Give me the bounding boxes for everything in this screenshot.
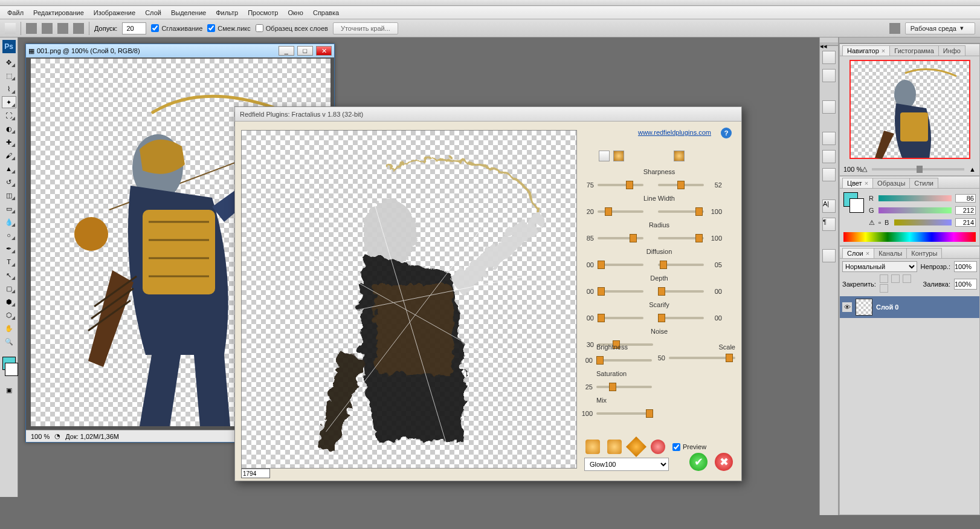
hand-tool[interactable]: ✋ bbox=[2, 322, 16, 334]
layer-name[interactable]: Слой 0 bbox=[876, 303, 898, 311]
visibility-icon[interactable]: 👁 bbox=[842, 302, 852, 312]
plugin-preview[interactable] bbox=[241, 130, 577, 469]
nav-zoom-slider[interactable] bbox=[872, 168, 964, 170]
mode-icon-2[interactable] bbox=[613, 151, 624, 161]
document-titlebar[interactable]: ▦001.png @ 100% (Слой 0, RGB/8) _ □ ✕ bbox=[26, 44, 334, 57]
slider-left[interactable] bbox=[598, 184, 643, 186]
3d-tool[interactable]: ⬢ bbox=[2, 296, 16, 308]
lock-pixels-icon[interactable] bbox=[891, 274, 900, 283]
scale-slider[interactable] bbox=[669, 357, 735, 359]
r-value[interactable] bbox=[955, 194, 976, 203]
zoom-in-icon[interactable]: ▲ bbox=[969, 166, 976, 173]
history-panel-icon[interactable] bbox=[822, 100, 836, 114]
opacity-input[interactable] bbox=[954, 261, 977, 272]
color-spectrum[interactable] bbox=[843, 232, 976, 242]
stamp-tool[interactable]: ▲ bbox=[2, 163, 16, 175]
layer-thumbnail[interactable] bbox=[856, 299, 872, 316]
gradient-tool[interactable]: ▭ bbox=[2, 203, 16, 215]
plugin-titlebar[interactable]: Redfield Plugins: Fractalius v 1.83 (32-… bbox=[235, 107, 741, 122]
cancel-button[interactable]: ✖ bbox=[715, 453, 733, 471]
refine-edge-button[interactable]: Уточнить край... bbox=[333, 22, 398, 34]
tab-paths[interactable]: Контуры bbox=[906, 248, 942, 258]
r-slider[interactable] bbox=[878, 195, 952, 201]
selection-add-icon[interactable] bbox=[42, 23, 53, 34]
path-select-tool[interactable]: ↖ bbox=[2, 269, 16, 281]
layer-row[interactable]: 👁 Слой 0 bbox=[840, 296, 979, 318]
menu-select[interactable]: Выделение bbox=[166, 7, 211, 18]
panels-collapse-handle[interactable] bbox=[839, 37, 980, 44]
sample-all-layers-checkbox[interactable]: Образец всех слоев bbox=[256, 24, 328, 32]
zoom-value[interactable]: 100 % bbox=[31, 433, 50, 440]
screen-mode-icon[interactable] bbox=[889, 23, 900, 34]
undo-icon[interactable] bbox=[585, 440, 600, 454]
move-tool[interactable]: ✥ bbox=[2, 56, 16, 68]
menu-help[interactable]: Справка bbox=[308, 7, 344, 18]
slider[interactable] bbox=[596, 359, 652, 362]
background-color[interactable] bbox=[5, 363, 18, 376]
dimension-input[interactable] bbox=[241, 469, 270, 478]
layer-comps-icon[interactable] bbox=[822, 168, 836, 181]
3d-camera-tool[interactable]: ⬡ bbox=[2, 309, 16, 321]
tab-channels[interactable]: Каналы bbox=[874, 248, 907, 258]
slider-left[interactable] bbox=[598, 210, 643, 213]
slider-right[interactable] bbox=[658, 290, 704, 293]
slider-left[interactable] bbox=[598, 317, 643, 319]
preset-dropdown[interactable]: Glow100 bbox=[584, 458, 669, 471]
tool-presets-icon[interactable] bbox=[822, 150, 836, 163]
workspace-dropdown[interactable]: Рабочая среда▾ bbox=[905, 22, 975, 34]
color-bg-swatch[interactable] bbox=[849, 198, 864, 213]
b-value[interactable] bbox=[955, 218, 976, 227]
zoom-tool[interactable]: 🔍 bbox=[2, 336, 16, 348]
marquee-tool[interactable]: ⬚ bbox=[2, 70, 16, 82]
blend-mode-dropdown[interactable]: Нормальный bbox=[842, 261, 917, 272]
slider-left[interactable] bbox=[598, 237, 643, 239]
brush-panel-icon[interactable] bbox=[822, 51, 836, 64]
warning-icon[interactable]: ⚠ bbox=[869, 219, 875, 227]
slider-right[interactable] bbox=[658, 264, 704, 266]
brush-tool[interactable]: 🖌 bbox=[2, 149, 16, 161]
slider-right[interactable] bbox=[658, 210, 704, 213]
menu-filter[interactable]: Фильтр bbox=[211, 7, 243, 18]
doc-info-icon[interactable]: ◔ bbox=[54, 432, 60, 440]
fill-input[interactable] bbox=[954, 279, 977, 290]
menu-image[interactable]: Изображение bbox=[89, 7, 140, 18]
selection-subtract-icon[interactable] bbox=[57, 23, 68, 34]
maximize-button[interactable]: □ bbox=[297, 46, 313, 56]
tab-swatches[interactable]: Образцы bbox=[872, 178, 910, 188]
crop-tool[interactable]: ⛶ bbox=[2, 109, 16, 122]
tab-styles[interactable]: Стили bbox=[909, 178, 938, 188]
blur-tool[interactable]: 💧 bbox=[2, 216, 16, 228]
reset-icon[interactable] bbox=[651, 440, 665, 454]
g-slider[interactable] bbox=[878, 207, 952, 213]
tab-layers[interactable]: Слои× bbox=[842, 248, 874, 258]
random-icon[interactable] bbox=[626, 437, 646, 457]
ok-button[interactable]: ✔ bbox=[689, 453, 708, 471]
slider[interactable] bbox=[596, 386, 652, 388]
healing-tool[interactable]: ✚ bbox=[2, 136, 16, 148]
tab-info[interactable]: Инфо bbox=[938, 45, 965, 56]
lasso-tool[interactable]: ⌇ bbox=[2, 83, 16, 95]
actions-panel-icon[interactable] bbox=[822, 132, 836, 145]
minimize-button[interactable]: _ bbox=[279, 46, 294, 56]
menu-edit[interactable]: Редактирование bbox=[28, 7, 89, 18]
help-icon[interactable]: ? bbox=[721, 128, 732, 138]
plugin-url-link[interactable]: www.redfieldplugins.com bbox=[638, 129, 711, 136]
slider-right[interactable] bbox=[658, 184, 704, 186]
dodge-tool[interactable]: ○ bbox=[2, 229, 16, 241]
character-panel-icon[interactable]: A| bbox=[822, 200, 836, 213]
tab-histogram[interactable]: Гистограмма bbox=[889, 45, 939, 56]
mode-icon-3[interactable] bbox=[674, 151, 685, 161]
magic-wand-tool[interactable]: ✦ bbox=[2, 96, 16, 108]
lock-position-icon[interactable] bbox=[903, 274, 911, 283]
slider[interactable] bbox=[596, 412, 652, 415]
slider-left[interactable] bbox=[598, 264, 643, 266]
tab-navigator[interactable]: Навигатор× bbox=[842, 45, 890, 56]
menu-window[interactable]: Окно bbox=[283, 7, 308, 18]
selection-intersect-icon[interactable] bbox=[73, 23, 84, 34]
selection-new-icon[interactable] bbox=[26, 23, 37, 34]
ps-logo-icon[interactable]: Ps bbox=[2, 40, 16, 53]
shape-tool[interactable]: ▢ bbox=[2, 282, 16, 294]
zoom-out-icon[interactable]: △ bbox=[862, 165, 867, 173]
slider-left[interactable] bbox=[598, 290, 643, 293]
menu-file[interactable]: Файл bbox=[2, 7, 28, 18]
